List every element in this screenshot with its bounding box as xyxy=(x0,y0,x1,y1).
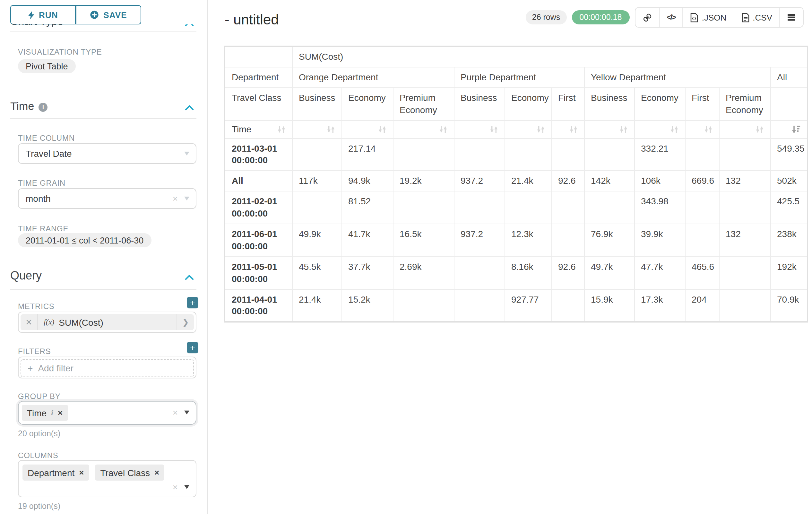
columns-tag-travel-class[interactable]: Travel Class × xyxy=(95,464,164,481)
value-cell xyxy=(719,191,770,224)
sort-icon[interactable] xyxy=(619,125,628,133)
time-grain-label: TIME GRAIN xyxy=(18,179,65,188)
value-cell: 343.98 xyxy=(634,191,685,224)
chart-title[interactable]: - untitled xyxy=(225,11,279,28)
embed-code-button[interactable]: </> xyxy=(659,8,682,27)
table-row: All 117k 94.9k 19.2k 937.2 21.4k 92.6 14… xyxy=(225,171,808,191)
divider xyxy=(10,289,196,290)
value-cell: 16.5k xyxy=(393,224,454,257)
value-cell xyxy=(551,138,584,171)
value-cell xyxy=(551,191,584,224)
sort-cell xyxy=(584,120,634,138)
sort-cell xyxy=(685,120,719,138)
divider xyxy=(10,31,196,32)
sort-icon[interactable] xyxy=(378,125,386,133)
remove-icon[interactable]: × xyxy=(154,468,159,477)
add-filter-button[interactable]: + xyxy=(187,342,198,353)
add-metric-button[interactable]: + xyxy=(187,297,198,308)
value-cell xyxy=(393,289,454,322)
group-by-label: GROUP BY xyxy=(18,392,61,401)
value-cell: 332.21 xyxy=(634,138,685,171)
chevron-up-icon[interactable] xyxy=(185,273,194,281)
group-header-orange: Orange Department xyxy=(292,67,454,88)
remove-icon[interactable]: × xyxy=(79,468,84,477)
add-filter-dropzone[interactable]: + Add filter xyxy=(21,359,194,377)
sort-icon[interactable] xyxy=(326,125,335,133)
sort-icon[interactable] xyxy=(536,125,545,133)
run-button[interactable]: RUN xyxy=(10,5,76,24)
row-label-cell: 2011-02-01 00:00:00 xyxy=(225,191,292,224)
time-range-label: TIME RANGE xyxy=(18,224,68,233)
group-by-select[interactable]: Time i × × xyxy=(18,401,196,425)
value-cell: 132 xyxy=(719,171,770,191)
time-range-pill[interactable]: 2011-01-01 ≤ col < 2011-06-30 xyxy=(18,233,151,247)
arrow-right-icon[interactable]: ❯ xyxy=(176,314,194,330)
time-column-value: Travel Date xyxy=(19,148,72,159)
value-cell: 425.5 xyxy=(770,191,808,224)
value-cell xyxy=(719,138,770,171)
value-cell xyxy=(504,138,551,171)
export-csv-button[interactable]: .CSV xyxy=(733,8,779,27)
clear-icon[interactable]: × xyxy=(173,483,178,491)
filters-control: + Add filter xyxy=(18,357,196,378)
query-timer-badge: 00:00:00.18 xyxy=(572,10,629,24)
travel-class-header-row: Travel Class Business Economy Premium Ec… xyxy=(225,88,808,120)
tag-label: Department xyxy=(28,467,75,478)
value-cell: 15.2k xyxy=(342,289,393,322)
value-cell xyxy=(292,138,342,171)
row-label-cell: 2011-06-01 00:00:00 xyxy=(225,224,292,257)
column-header: Business xyxy=(454,88,504,120)
time-grain-select[interactable]: month × xyxy=(18,188,196,209)
value-cell xyxy=(393,138,454,171)
table-row: 2011-03-01 00:00:00 217.14 332.21 549.35 xyxy=(225,138,808,171)
sort-cell xyxy=(393,120,454,138)
remove-icon[interactable]: × xyxy=(58,408,63,417)
menu-icon xyxy=(787,13,796,21)
row-label-cell: 2011-03-01 00:00:00 xyxy=(225,138,292,171)
value-cell xyxy=(454,191,504,224)
columns-select[interactable]: Department × Travel Class × × xyxy=(18,460,196,497)
value-cell: 142k xyxy=(584,171,634,191)
sort-cell xyxy=(634,120,685,138)
chevron-up-icon[interactable] xyxy=(185,104,194,111)
value-cell xyxy=(454,289,504,322)
value-cell: 39.9k xyxy=(634,224,685,257)
value-cell: 8.16k xyxy=(504,257,551,290)
sort-icon[interactable] xyxy=(670,125,678,133)
export-json-button[interactable]: .JSON xyxy=(683,8,734,27)
sort-icon[interactable] xyxy=(439,125,447,133)
value-cell: 238k xyxy=(770,224,808,257)
run-button-label: RUN xyxy=(39,10,58,20)
value-cell: 549.35 xyxy=(770,138,808,171)
sort-icon[interactable] xyxy=(489,125,498,133)
sort-icon[interactable] xyxy=(704,125,712,133)
value-cell xyxy=(454,257,504,290)
more-options-button[interactable] xyxy=(779,8,803,27)
value-cell: 117k xyxy=(292,171,342,191)
row-label: 2011-02-01 00:00:00 xyxy=(232,196,277,218)
time-column-label: TIME COLUMN xyxy=(18,134,75,143)
sort-icon[interactable] xyxy=(755,125,763,133)
sort-cell xyxy=(342,120,393,138)
sort-desc-icon[interactable] xyxy=(791,125,801,133)
visualization-type-pill[interactable]: Pivot Table xyxy=(18,59,76,73)
metric-chip[interactable]: ✕ f(x) SUM(Cost) ❯ xyxy=(21,314,194,330)
visualization-type-label: VISUALIZATION TYPE xyxy=(18,48,102,57)
copy-link-button[interactable] xyxy=(635,8,659,27)
time-column-select[interactable]: Travel Date xyxy=(18,143,196,164)
sort-icon[interactable] xyxy=(277,125,285,133)
clear-icon[interactable]: × xyxy=(173,194,178,203)
tag-label: Time xyxy=(27,408,47,418)
group-by-tag-time[interactable]: Time i × xyxy=(22,405,68,421)
row-label: 2011-06-01 00:00:00 xyxy=(232,229,277,251)
chart-panel: - untitled 26 rows 00:00:00.18 </> xyxy=(208,0,812,514)
columns-tag-department[interactable]: Department × xyxy=(23,464,89,481)
save-button[interactable]: SAVE xyxy=(76,5,141,24)
sort-icon[interactable] xyxy=(569,125,577,133)
remove-icon[interactable]: ✕ xyxy=(21,314,38,330)
value-cell: 217.14 xyxy=(342,138,393,171)
sort-row: Time xyxy=(225,120,808,138)
caret-down-icon xyxy=(184,485,190,489)
clear-icon[interactable]: × xyxy=(173,408,178,417)
time-section-title-text: Time xyxy=(10,100,34,112)
